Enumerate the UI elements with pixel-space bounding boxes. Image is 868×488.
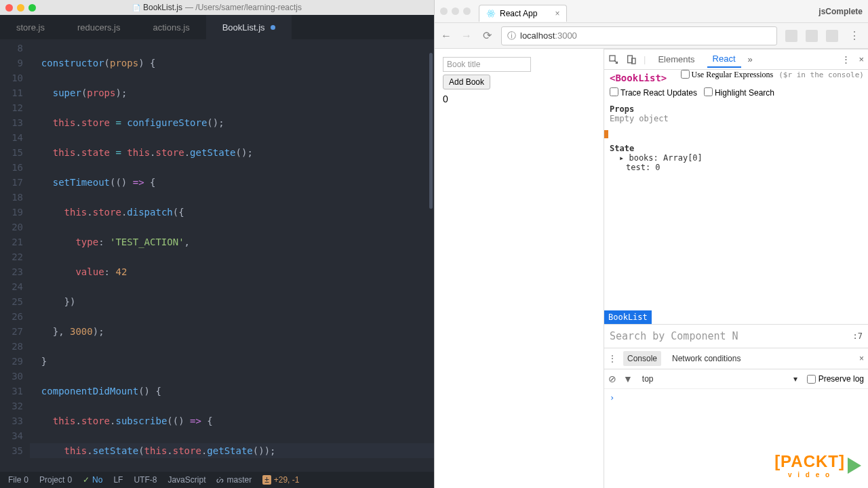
browser-menu-button[interactable]: ⋮ <box>846 29 863 42</box>
network-conditions-tab[interactable]: Network conditions <box>668 351 745 366</box>
console-r-hint: ($r in the console) <box>778 70 864 79</box>
console-prompt[interactable]: › <box>604 389 868 407</box>
browser-tab[interactable]: React App × <box>479 5 567 22</box>
address-bar[interactable]: ⓘ localhost:3000 <box>501 26 777 45</box>
tab-title: React App <box>500 9 537 18</box>
console-more-icon[interactable]: ⋮ <box>608 354 616 363</box>
browser-toolbar: ← → ⟳ ⓘ localhost:3000 ⋮ <box>435 23 868 49</box>
console-toolbar: ⊘ ▼ top▾ Preserve log <box>604 369 868 389</box>
preserve-log-checkbox[interactable]: Preserve log <box>807 374 864 384</box>
tab-close-icon[interactable]: × <box>555 9 559 18</box>
dirty-indicator-icon <box>271 25 275 30</box>
editor-statusbar: File 0 Project 0 ✓No LF UTF-8 JavaScript… <box>0 472 434 488</box>
forward-button[interactable]: → <box>460 30 473 42</box>
status-git-branch[interactable]: ᔖ master <box>216 475 252 485</box>
maximize-window-button[interactable] <box>28 4 36 12</box>
context-selector[interactable]: top▾ <box>639 374 800 384</box>
state-section: State ▸ books: Array[0] test: 0 <box>604 141 868 175</box>
devtools-tabs: | Elements React » ⋮ × <box>604 49 868 70</box>
tab-actions[interactable]: actions.js <box>136 15 205 39</box>
filter-icon[interactable]: ▼ <box>623 373 633 384</box>
book-title-input[interactable]: Book title <box>443 57 531 72</box>
device-icon[interactable] <box>626 54 637 65</box>
reload-button[interactable]: ⟳ <box>481 29 493 42</box>
state-books[interactable]: ▸ books: Array[0] <box>610 153 863 163</box>
component-name[interactable]: <BookList> <box>604 70 672 86</box>
close-window-button[interactable] <box>5 4 13 12</box>
browser-titlebar: React App × jsComplete <box>435 0 868 23</box>
title-filename: BookList.js <box>143 3 182 12</box>
browser-content: Book title Add Book 0 | Elements React »… <box>435 49 868 488</box>
tab-store[interactable]: store.js <box>0 15 61 39</box>
state-test[interactable]: test: 0 <box>610 163 863 172</box>
extension-icon[interactable] <box>785 30 797 42</box>
devtools-close[interactable]: × <box>859 54 864 64</box>
browser-maximize-button[interactable] <box>463 7 471 15</box>
line-gutter: 8910111213141516171819202122232425262728… <box>0 39 30 472</box>
chevron-down-icon: ▾ <box>793 374 797 384</box>
add-book-button[interactable]: Add Book <box>443 75 490 89</box>
site-info-icon[interactable]: ⓘ <box>507 30 516 42</box>
console-drawer-tabs: ⋮ Console Network conditions × <box>604 348 868 369</box>
devtools-tab-react[interactable]: React <box>707 51 741 68</box>
file-icon: 📄 <box>132 4 140 12</box>
tab-reducers[interactable]: reducers.js <box>61 15 137 39</box>
code-content[interactable]: constructor(props) { super(props); this.… <box>30 39 434 472</box>
title-path: — /Users/samer/learning-reactjs <box>185 3 302 12</box>
react-icon <box>486 9 496 18</box>
devtools-panel: | Elements React » ⋮ × <BookList> Use Re… <box>604 49 868 488</box>
status-file[interactable]: File 0 <box>8 475 28 485</box>
highlight-checkbox[interactable]: Highlight Search <box>704 87 774 99</box>
search-count: :7 <box>848 331 868 341</box>
extension-icon-2[interactable] <box>806 30 818 42</box>
devtools-more-tabs[interactable]: » <box>748 54 753 64</box>
console-drawer-close[interactable]: × <box>859 354 864 363</box>
browser-close-button[interactable] <box>440 7 448 15</box>
play-icon <box>848 458 861 474</box>
trace-checkbox[interactable]: Trace React Updates <box>610 87 697 99</box>
status-git-changes[interactable]: ±+29, -1 <box>262 475 299 485</box>
status-lint[interactable]: ✓No <box>83 475 102 485</box>
status-project[interactable]: Project 0 <box>39 475 72 485</box>
devtools-tab-elements[interactable]: Elements <box>652 52 700 67</box>
svg-point-0 <box>490 13 492 14</box>
editor-window: 📄 BookList.js — /Users/samer/learning-re… <box>0 0 434 488</box>
component-breadcrumb[interactable]: BookList <box>604 310 652 324</box>
console-tab[interactable]: Console <box>623 351 661 366</box>
editor-tabs: store.js reducers.js actions.js BookList… <box>0 15 434 39</box>
minimize-window-button[interactable] <box>17 4 24 12</box>
packt-watermark: [PACKT] v i d e o <box>774 452 861 479</box>
status-encoding[interactable]: UTF-8 <box>134 475 157 485</box>
status-line-ending[interactable]: LF <box>113 475 123 485</box>
jscomplete-badge: jsComplete <box>818 7 863 16</box>
react-devtools-panel: <BookList> Use Regular Expressions ($r i… <box>604 70 868 488</box>
extension-icon-3[interactable] <box>826 30 838 42</box>
clear-console-icon[interactable]: ⊘ <box>608 373 616 384</box>
marker-icon <box>604 130 608 138</box>
code-editor[interactable]: 8910111213141516171819202122232425262728… <box>0 39 434 472</box>
status-language[interactable]: JavaScript <box>167 475 205 485</box>
app-viewport: Book title Add Book 0 <box>435 49 604 488</box>
editor-titlebar: 📄 BookList.js — /Users/samer/learning-re… <box>0 0 434 15</box>
browser-window: React App × jsComplete ← → ⟳ ⓘ localhost… <box>434 0 868 488</box>
inspect-icon[interactable] <box>608 54 619 65</box>
component-search-input[interactable]: Search by Component N <box>604 325 848 348</box>
editor-scrollbar[interactable] <box>429 53 433 209</box>
back-button[interactable]: ← <box>440 30 452 42</box>
use-regex-checkbox[interactable]: Use Regular Expressions <box>681 70 774 80</box>
browser-minimize-button[interactable] <box>452 7 459 15</box>
app-counter: 0 <box>443 94 595 104</box>
devtools-menu[interactable]: ⋮ <box>842 54 850 64</box>
tab-booklist[interactable]: BookList.js <box>206 15 292 39</box>
props-section: Props Empty object <box>604 100 868 127</box>
